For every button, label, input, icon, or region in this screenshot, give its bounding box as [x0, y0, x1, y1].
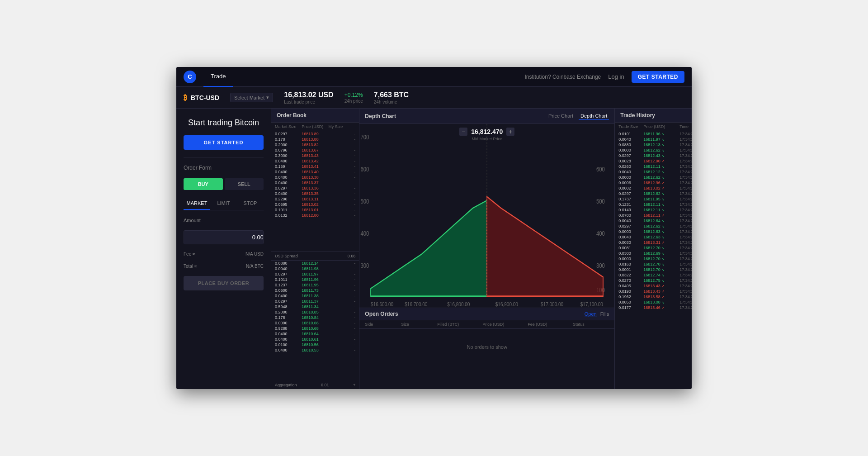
- ob-bid-row[interactable]: 0.200016810.85-: [271, 309, 359, 315]
- svg-text:400: 400: [361, 229, 369, 237]
- ob-bid-row[interactable]: 0.594816811.34-: [271, 304, 359, 309]
- oo-open-tab[interactable]: Open: [585, 311, 597, 317]
- th-trade-time: 17:34:32: [679, 240, 692, 245]
- place-order-button[interactable]: PLACE BUY ORDER: [184, 276, 264, 290]
- ob-bid-row[interactable]: 0.029716811.37-: [271, 299, 359, 304]
- ob-ask-row[interactable]: 0.101116813.01-: [271, 207, 359, 213]
- ob-bid-row[interactable]: 0.040016811.38-: [271, 293, 359, 299]
- ob-bid-row[interactable]: 0.040016810.61-: [271, 337, 359, 342]
- oo-col-side: Side: [365, 322, 401, 327]
- get-started-panel-button[interactable]: GET STARTED: [184, 135, 264, 150]
- svg-text:300: 300: [596, 261, 605, 269]
- ob-bid-row[interactable]: 0.123716811.95-: [271, 282, 359, 288]
- ob-bid-row[interactable]: 0.060016811.73-: [271, 288, 359, 293]
- th-trade-size: 0.0190: [618, 289, 643, 294]
- ob-ask-price: 16812.80: [302, 213, 328, 218]
- select-market-button[interactable]: Select Market ▾: [230, 93, 273, 102]
- login-button[interactable]: Log in: [608, 73, 624, 80]
- zoom-in-button[interactable]: +: [506, 128, 514, 136]
- price-chart-tab[interactable]: Price Chart: [547, 112, 575, 120]
- th-trade-price: 16812.69 ↘: [643, 251, 679, 256]
- ob-ask-row[interactable]: 0.059516813.02-: [271, 202, 359, 207]
- ob-bid-row[interactable]: 0.040016810.53-: [271, 347, 359, 353]
- zoom-out-button[interactable]: −: [459, 128, 467, 136]
- svg-text:700: 700: [361, 133, 369, 141]
- stop-order-tab[interactable]: STOP: [237, 197, 264, 210]
- buy-tab[interactable]: BUY: [184, 178, 223, 190]
- th-trade-price: 16812.75 ↘: [643, 278, 679, 283]
- th-trade-row: 0.032216812.74 ↘17:34:31: [615, 272, 692, 278]
- sell-tab[interactable]: SELL: [225, 178, 264, 190]
- th-trade-row: 0.004016812.63 ↘17:34:32: [615, 234, 692, 240]
- ob-bid-my: -: [328, 342, 355, 347]
- ob-bid-row[interactable]: 0.029716811.97-: [271, 271, 359, 277]
- ob-ask-row[interactable]: 0.029716813.36-: [271, 185, 359, 191]
- svg-text:400: 400: [596, 229, 605, 237]
- ob-ask-row[interactable]: 0.079616813.67-: [271, 147, 359, 153]
- ob-ask-row[interactable]: 0.200016813.82-: [271, 142, 359, 147]
- ob-ask-size: 0.0400: [275, 159, 302, 163]
- ob-ask-row[interactable]: 0.029716813.89-: [271, 131, 359, 137]
- ob-bid-row[interactable]: 0.17816810.84-: [271, 315, 359, 320]
- ob-bid-row[interactable]: 0.040016810.64-: [271, 331, 359, 337]
- th-trade-size: 0.1962: [618, 294, 643, 299]
- ob-bid-row[interactable]: 0.101116811.96-: [271, 277, 359, 282]
- ob-ask-size: 0.0400: [275, 191, 302, 196]
- ob-ask-size: 0.0297: [275, 132, 302, 136]
- th-trade-time: 17:34:31: [679, 256, 692, 261]
- ob-bid-my: -: [328, 315, 355, 320]
- ob-bid-row[interactable]: 0.088016812.14-: [271, 261, 359, 266]
- ob-bid-size: 0.0090: [275, 321, 302, 325]
- ob-bid-size: 0.0400: [275, 337, 302, 342]
- oo-col-size: Size: [401, 322, 437, 327]
- ob-ask-row[interactable]: 0.300016813.43-: [271, 153, 359, 158]
- ob-bid-my: -: [328, 261, 355, 266]
- ob-ask-my: -: [328, 175, 355, 180]
- th-trade-price: 16811.97 ↘: [643, 137, 679, 142]
- ob-ask-price: 16813.88: [302, 137, 328, 142]
- ob-spread: USD Spread 0.66: [271, 252, 359, 261]
- th-trade-price: 16812.74 ↘: [643, 273, 679, 277]
- th-trade-price: 16812.70 ↘: [643, 262, 679, 266]
- ob-bid-row[interactable]: 0.009016810.66-: [271, 320, 359, 326]
- ob-bid-my: -: [328, 304, 355, 309]
- market-order-tab[interactable]: MARKET: [184, 197, 210, 210]
- th-trade-time: 17:34:35: [679, 142, 692, 147]
- ob-ask-row[interactable]: 0.17816813.88-: [271, 137, 359, 142]
- ob-ask-row[interactable]: 0.040016813.38-: [271, 175, 359, 180]
- ob-bid-price: 16810.61: [302, 337, 328, 342]
- order-type-tabs: MARKET LIMIT STOP: [184, 197, 264, 210]
- ob-bid-row[interactable]: 0.004016811.98-: [271, 266, 359, 271]
- ob-ask-row[interactable]: 0.229616813.11-: [271, 196, 359, 202]
- depth-chart-tab[interactable]: Depth Chart: [579, 112, 609, 120]
- nav-tab-trade[interactable]: Trade: [203, 67, 233, 87]
- ob-ask-row[interactable]: 0.040016813.40-: [271, 169, 359, 175]
- ob-ask-my: -: [328, 180, 355, 185]
- ob-bid-my: -: [328, 283, 355, 287]
- th-trade-row: 0.004016812.64 ↘17:34:32: [615, 218, 692, 223]
- ob-ask-row[interactable]: 0.040016813.37-: [271, 180, 359, 185]
- ob-bid-row[interactable]: 0.928816810.68-: [271, 326, 359, 331]
- get-started-nav-button[interactable]: GET STARTED: [632, 71, 684, 83]
- divider-1: [184, 157, 264, 157]
- order-form-title: Order Form: [184, 165, 264, 171]
- limit-order-tab[interactable]: LIMIT: [210, 197, 237, 210]
- th-col-price: Price (USD): [643, 124, 679, 129]
- ob-ask-row[interactable]: 0.040016813.35-: [271, 191, 359, 196]
- ob-bid-price: 16811.95: [302, 283, 328, 287]
- ob-ask-price: 16813.36: [302, 186, 328, 190]
- mid-price-label: Mid Market Price: [472, 137, 503, 141]
- amount-input[interactable]: [184, 231, 264, 244]
- ob-ask-row[interactable]: 0.15916813.41-: [271, 164, 359, 169]
- ob-bid-row[interactable]: 0.010016810.56-: [271, 342, 359, 347]
- th-trade-time: 17:34:32: [679, 235, 692, 239]
- th-trade-row: 0.002816812.90 ↗17:34:34: [615, 158, 692, 164]
- ob-ask-row[interactable]: 0.013216812.80-: [271, 213, 359, 218]
- oo-fills-tab[interactable]: Fills: [600, 311, 609, 317]
- ob-ask-size: 0.0297: [275, 186, 302, 190]
- th-trade-size: 0.0300: [618, 251, 643, 256]
- th-trade-price: 16813.46 ↗: [643, 305, 679, 310]
- agg-plus[interactable]: +: [353, 383, 355, 387]
- svg-text:600: 600: [361, 165, 369, 173]
- ob-ask-row[interactable]: 0.040016813.42-: [271, 158, 359, 164]
